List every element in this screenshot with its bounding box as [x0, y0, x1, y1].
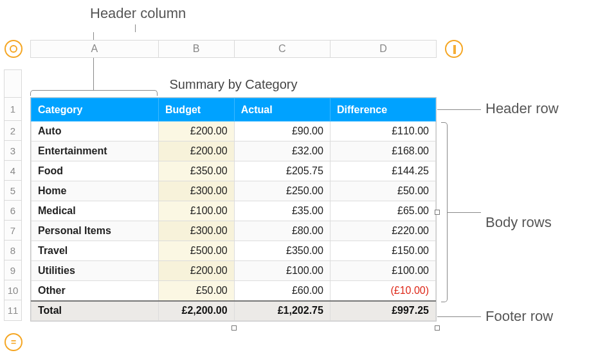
cell-category[interactable]: Home — [32, 181, 159, 201]
cell-category[interactable]: Food — [32, 161, 159, 181]
footer-actual[interactable]: £1,202.75 — [234, 301, 330, 321]
cell-category[interactable]: Personal Items — [32, 221, 159, 241]
callout-footer-row: Footer row — [485, 308, 553, 325]
cell-actual[interactable]: £35.00 — [234, 201, 330, 221]
table-menu-button[interactable] — [5, 40, 23, 58]
row-header-7[interactable]: 7 — [5, 221, 21, 241]
row-header-3[interactable]: 3 — [5, 141, 21, 161]
cell-difference[interactable]: £50.00 — [330, 181, 435, 201]
header-row[interactable]: Category Budget Actual Difference — [32, 98, 436, 122]
column-header-strip[interactable]: A B C D — [30, 40, 437, 58]
table-row[interactable]: Auto £200.00 £90.00 £110.00 — [32, 122, 436, 141]
cell-budget[interactable]: £200.00 — [159, 261, 235, 281]
row-header-6[interactable]: 6 — [5, 201, 21, 221]
footer-difference[interactable]: £997.25 — [330, 301, 435, 321]
footer-category[interactable]: Total — [32, 301, 159, 321]
col-header-c[interactable]: C — [235, 41, 331, 57]
callout-line — [135, 24, 136, 32]
row-header-5[interactable]: 5 — [5, 181, 21, 201]
callout-body-rows: Body rows — [485, 214, 552, 231]
callout-brace-body-rows — [441, 122, 448, 302]
cell-difference[interactable]: £144.25 — [330, 161, 435, 181]
row-gap — [5, 70, 21, 98]
row-header-strip[interactable]: 1 2 3 4 5 6 7 8 9 10 11 — [4, 69, 22, 321]
add-columns-button[interactable]: || — [445, 40, 463, 58]
cell-actual[interactable]: £80.00 — [234, 221, 330, 241]
cell-budget[interactable]: £100.00 — [159, 201, 235, 221]
row-header-4[interactable]: 4 — [5, 161, 21, 181]
table-row[interactable]: Travel £500.00 £350.00 £150.00 — [32, 241, 436, 261]
selection-handle[interactable] — [435, 325, 440, 331]
row-header-10[interactable]: 10 — [5, 280, 21, 300]
add-rows-button[interactable]: = — [5, 333, 23, 351]
cell-difference[interactable]: £65.00 — [330, 201, 435, 221]
selection-handle[interactable] — [435, 210, 440, 215]
cell-actual[interactable]: £32.00 — [234, 141, 330, 161]
table-title[interactable]: Summary by Category — [30, 77, 437, 92]
cell-budget[interactable]: £500.00 — [159, 241, 235, 261]
header-cell-category[interactable]: Category — [32, 98, 159, 122]
cell-actual[interactable]: £100.00 — [234, 261, 330, 281]
row-header-9[interactable]: 9 — [5, 260, 21, 280]
footer-row[interactable]: Total £2,200.00 £1,202.75 £997.25 — [32, 301, 436, 321]
cell-category[interactable]: Entertainment — [32, 141, 159, 161]
callout-header-row: Header row — [485, 100, 559, 117]
header-cell-difference[interactable]: Difference — [330, 98, 435, 122]
callout-line — [448, 212, 481, 213]
cell-difference[interactable]: (£10.00) — [330, 281, 435, 301]
table-row[interactable]: Other £50.00 £60.00 (£10.00) — [32, 281, 436, 301]
footer-budget[interactable]: £2,200.00 — [159, 301, 235, 321]
row-header-2[interactable]: 2 — [5, 121, 21, 141]
table-row[interactable]: Home £300.00 £250.00 £50.00 — [32, 181, 436, 201]
cell-category[interactable]: Utilities — [32, 261, 159, 281]
col-header-a[interactable]: A — [31, 41, 159, 57]
table-row[interactable]: Utilities £200.00 £100.00 £100.00 — [32, 261, 436, 281]
spreadsheet-table[interactable]: Category Budget Actual Difference Auto £… — [30, 97, 437, 322]
columns-icon: || — [453, 44, 455, 54]
cell-category[interactable]: Medical — [32, 201, 159, 221]
table-row[interactable]: Food £350.00 £205.75 £144.25 — [32, 161, 436, 181]
row-header-1[interactable]: 1 — [5, 98, 21, 121]
cell-actual[interactable]: £90.00 — [234, 122, 330, 141]
header-cell-actual[interactable]: Actual — [234, 98, 330, 122]
callout-line — [437, 109, 481, 110]
selection-handle[interactable] — [231, 325, 237, 331]
cell-difference[interactable]: £150.00 — [330, 241, 435, 261]
cell-category[interactable]: Auto — [32, 122, 159, 141]
cell-budget[interactable]: £300.00 — [159, 221, 235, 241]
row-header-8[interactable]: 8 — [5, 241, 21, 260]
cell-difference[interactable]: £110.00 — [330, 122, 435, 141]
cell-budget[interactable]: £50.00 — [159, 281, 235, 301]
cell-actual[interactable]: £250.00 — [234, 181, 330, 201]
cell-budget[interactable]: £200.00 — [159, 141, 235, 161]
cell-budget[interactable]: £200.00 — [159, 122, 235, 141]
cell-actual[interactable]: £205.75 — [234, 161, 330, 181]
cell-budget[interactable]: £350.00 — [159, 161, 235, 181]
cell-category[interactable]: Travel — [32, 241, 159, 261]
cell-difference[interactable]: £100.00 — [330, 261, 435, 281]
cell-difference[interactable]: £220.00 — [330, 221, 435, 241]
svg-point-0 — [10, 46, 17, 52]
cell-difference[interactable]: £168.00 — [330, 141, 435, 161]
table-row[interactable]: Medical £100.00 £35.00 £65.00 — [32, 201, 436, 221]
rows-icon: = — [11, 337, 16, 347]
col-header-b[interactable]: B — [159, 41, 235, 57]
cell-actual[interactable]: £350.00 — [234, 241, 330, 261]
row-header-11[interactable]: 11 — [5, 300, 21, 321]
callout-header-column: Header column — [90, 5, 186, 22]
header-cell-budget[interactable]: Budget — [159, 98, 235, 122]
cell-category[interactable]: Other — [32, 281, 159, 301]
table-row[interactable]: Personal Items £300.00 £80.00 £220.00 — [32, 221, 436, 241]
callout-line — [437, 316, 481, 317]
circle-icon — [9, 44, 18, 53]
col-header-d[interactable]: D — [331, 41, 437, 57]
cell-budget[interactable]: £300.00 — [159, 181, 235, 201]
cell-actual[interactable]: £60.00 — [234, 281, 330, 301]
table-row[interactable]: Entertainment £200.00 £32.00 £168.00 — [32, 141, 436, 161]
